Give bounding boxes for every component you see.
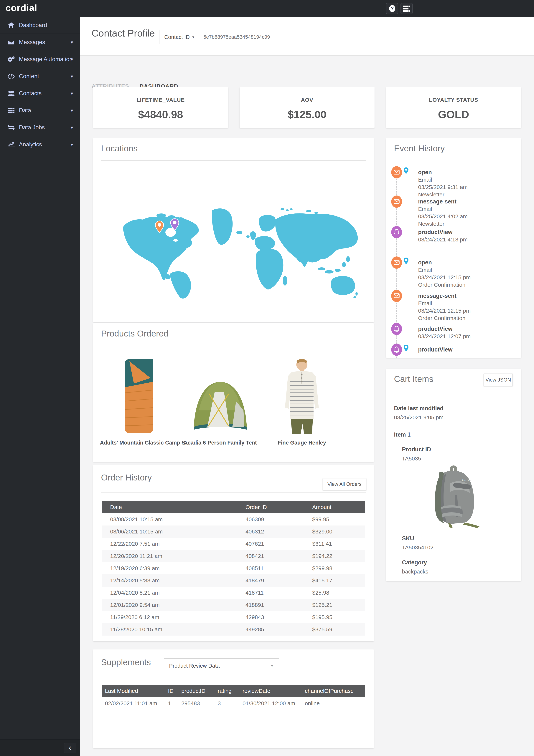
supplement-select[interactable]: Product Review Data ▼ — [164, 658, 279, 673]
view-json-button[interactable]: View JSON — [484, 373, 513, 386]
sidebar-item-label: Messages — [19, 39, 45, 45]
table-row[interactable]: 12/14/2020 5:33 am418479$415.17 — [102, 575, 365, 587]
top-bar: cordial ? — [0, 0, 534, 17]
location-pin-icon — [404, 257, 409, 265]
table-row[interactable]: 11/29/2020 6:12 am429843$195.95 — [102, 611, 365, 623]
sidebar-item-data-jobs[interactable]: Data Jobs ▾ — [0, 119, 80, 136]
product-item-henley[interactable]: Fine Gauge Henley — [263, 357, 341, 446]
date-modified-value: 03/25/2021 9:05 pm — [394, 414, 443, 420]
event-line: Email — [418, 300, 505, 307]
sidebar-item-message-automation[interactable]: Message Automation ▾ — [0, 51, 80, 68]
table-row[interactable]: 11/28/2020 10:15 am449285$375.59 — [102, 623, 365, 635]
table-row[interactable]: 03/06/2021 10:15 am406312$329.00 — [102, 526, 365, 538]
product-name: Adults' Mountain Classic Camp S... — [100, 440, 178, 446]
product-id-label: Product ID — [402, 446, 431, 453]
help-button[interactable]: ? — [386, 3, 398, 14]
table-row[interactable]: 12/22/2020 7:51 am407621$311.41 — [102, 538, 365, 550]
item-label: Item 1 — [394, 431, 411, 438]
help-icon: ? — [389, 5, 396, 13]
column-header-amount[interactable]: Amount — [304, 501, 365, 513]
cart-items-title: Cart Items — [394, 374, 433, 384]
event-line: 03/24/2021 12:07 pm — [418, 333, 505, 340]
sidebar-item-analytics[interactable]: Analytics ▾ — [0, 136, 80, 153]
column-header-id[interactable]: ID — [165, 685, 178, 697]
sidebar-item-label: Analytics — [19, 141, 42, 148]
sidebar-item-dashboard[interactable]: Dashboard — [0, 17, 80, 34]
bell-event-icon — [391, 226, 402, 239]
sidebar-item-label: Data — [19, 107, 31, 114]
product-id-value: TA5035 — [402, 455, 421, 462]
view-all-orders-button[interactable]: View All Orders — [323, 478, 366, 490]
sidebar-item-label: Contacts — [19, 90, 42, 97]
product-item-tent[interactable]: Acadia 6-Person Family Tent — [181, 357, 259, 446]
event-line: Email — [418, 205, 505, 213]
transfer-icon — [8, 125, 15, 130]
table-row[interactable]: 02/02/2021 11:01 am 1 295483 3 01/30/202… — [102, 697, 365, 710]
map-pin-orange-icon[interactable] — [155, 221, 164, 233]
product-item-clipped[interactable]: Kenne — [344, 357, 374, 446]
supplement-select-value: Product Review Data — [169, 663, 219, 669]
product-image-tent — [181, 357, 259, 435]
divider — [101, 679, 366, 679]
apps-button[interactable] — [401, 3, 413, 14]
divider — [394, 395, 513, 395]
sidebar-item-messages[interactable]: Messages ▾ — [0, 34, 80, 51]
event-title: productView — [418, 325, 505, 333]
sidebar-item-content[interactable]: Content ▾ — [0, 68, 80, 85]
chevron-down-icon: ▾ — [70, 108, 73, 113]
envelope-event-icon — [391, 290, 402, 303]
contact-id-dropdown[interactable]: Contact ID ▾ — [159, 30, 199, 44]
column-header-channel[interactable]: channelOfPurchase — [302, 685, 365, 697]
event-history-title: Event History — [394, 144, 445, 153]
location-pin-icon — [404, 344, 409, 352]
chevron-down-icon: ▾ — [70, 73, 73, 79]
stat-value: $125.00 — [239, 108, 375, 121]
event-line: Email — [418, 266, 505, 274]
event-title: productView — [418, 229, 505, 236]
sidebar-nav: Dashboard Messages ▾ Message Automation … — [0, 17, 80, 756]
sidebar-item-contacts[interactable]: Contacts ▾ — [0, 85, 80, 102]
stat-label: LIFETIME_VALUE — [93, 97, 228, 103]
sku-label: SKU — [402, 535, 414, 542]
column-header-review-date[interactable]: reviewDate — [239, 685, 302, 697]
sidebar-item-label: Message Automation — [19, 56, 73, 63]
table-row[interactable]: 03/08/2021 10:15 am406309$99.95 — [102, 513, 365, 526]
sidebar-item-label: Content — [19, 73, 39, 80]
table-row[interactable]: 12/19/2020 6:39 am408511$299.98 — [102, 562, 365, 575]
event-title: open — [418, 169, 505, 176]
column-header-product-id[interactable]: productID — [178, 685, 215, 697]
divider — [101, 160, 366, 161]
gears-icon — [8, 56, 15, 63]
chevron-down-icon: ▾ — [70, 57, 73, 62]
chevron-down-icon: ▾ — [70, 91, 73, 96]
supplements-table: Last Modified ID productID rating review… — [102, 685, 365, 710]
contact-id-input[interactable] — [199, 30, 285, 44]
column-header-date[interactable]: Date — [102, 501, 237, 513]
event-line: Newsletter — [418, 220, 505, 228]
event-line: Email — [418, 176, 505, 183]
table-row[interactable]: 12/04/2020 8:21 am418711$25.98 — [102, 587, 365, 599]
table-row[interactable]: 12/20/2020 11:21 am408421$194.22 — [102, 550, 365, 562]
column-header-order-id[interactable]: Order ID — [237, 501, 304, 513]
table-header-row: Last Modified ID productID rating review… — [102, 685, 365, 697]
map-pin-purple-icon[interactable] — [170, 218, 179, 230]
world-map[interactable] — [108, 176, 359, 300]
product-name: Fine Gauge Henley — [263, 440, 341, 446]
sidebar-item-data[interactable]: Data ▾ — [0, 102, 80, 119]
divider — [101, 345, 366, 345]
column-header-rating[interactable]: rating — [215, 685, 239, 697]
product-item-sleeping-bag[interactable]: Adults' Mountain Classic Camp S... — [100, 357, 178, 446]
stat-card-aov: AOV $125.00 — [239, 87, 375, 128]
column-header-last-modified[interactable]: Last Modified — [102, 685, 165, 697]
table-header-row: Date Order ID Amount — [102, 501, 365, 513]
stat-label: LOYALTY STATUS — [386, 97, 521, 103]
category-label: Category — [402, 559, 427, 566]
chevron-down-icon: ▾ — [70, 40, 73, 45]
people-icon — [8, 91, 15, 96]
table-row[interactable]: 12/01/2020 9:54 am418891$125.21 — [102, 599, 365, 611]
category-value: backpacks — [402, 569, 428, 575]
event-title: message-sent — [418, 292, 505, 300]
sidebar-collapse-button[interactable]: ‹ — [64, 742, 76, 753]
chart-icon — [8, 142, 15, 147]
locations-card: Locations — [93, 138, 374, 322]
